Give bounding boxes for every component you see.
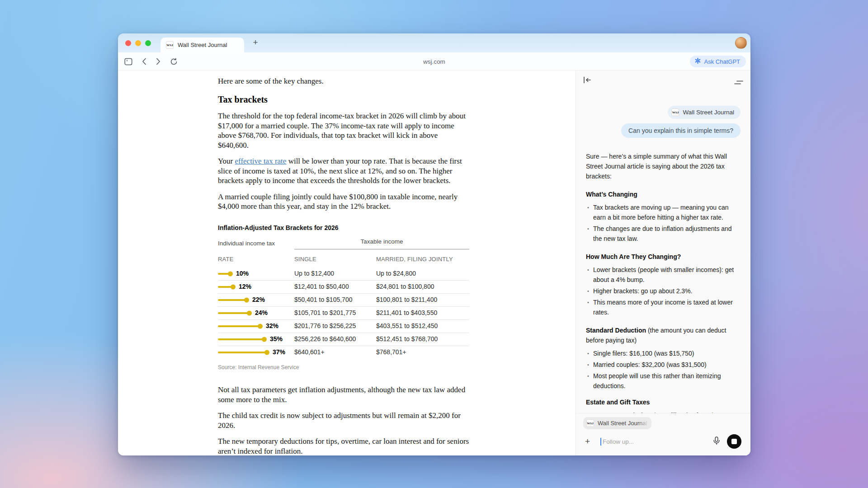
- rate-value: 22%: [252, 295, 265, 305]
- married-range: Up to $24,800: [376, 269, 469, 279]
- section-heading: Estate and Gift Taxes: [586, 399, 650, 406]
- section-heading: Standard Deduction: [586, 327, 646, 334]
- table-row: 24% $105,701 to $201,775 $211,401 to $40…: [218, 307, 469, 320]
- ask-chatgpt-label: Ask ChatGPT: [704, 58, 740, 65]
- rate-bar: [218, 286, 234, 288]
- user-message-bubble: Can you explain this in simple terms?: [621, 123, 741, 138]
- wsj-favicon-icon: WSJ: [166, 41, 174, 49]
- section-bullets: • Single filers: $16,100 (was $15,750) •…: [586, 348, 741, 391]
- section-heading-row: Estate and Gift Taxes: [586, 397, 741, 407]
- bullet-text: Lower brackets (people with smaller inco…: [593, 265, 741, 285]
- attach-plus-icon[interactable]: +: [585, 436, 595, 446]
- table-row: 35% $256,226 to $640,600 $512,451 to $76…: [218, 333, 469, 346]
- table-row: 22% $50,401 to $105,700 $100,801 to $211…: [218, 294, 469, 307]
- tax-brackets-table: Inflation-Adjusted Tax Brackets for 2026…: [218, 223, 469, 373]
- openai-logo-icon: [694, 57, 701, 66]
- section-heading: How Much Are They Changing?: [586, 253, 681, 260]
- assistant-intro: Sure — here’s a simple summary of what t…: [586, 151, 741, 181]
- article-paragraph: The threshold for the top federal income…: [218, 111, 469, 150]
- bullet-dot: •: [586, 360, 593, 370]
- table-row: 37% $640,601+ $768,701+: [218, 346, 469, 359]
- article-paragraph: A married couple filing jointly could ha…: [218, 192, 469, 211]
- bullet-dot: •: [586, 297, 593, 317]
- table-row: 10% Up to $12,400 Up to $24,800: [218, 267, 469, 281]
- text-cursor: [600, 438, 601, 446]
- tab-title: Wall Street Journal: [178, 42, 227, 48]
- married-range: $24,801 to $100,800: [376, 282, 469, 292]
- close-window-button[interactable]: [125, 40, 131, 46]
- rate-value: 10%: [236, 269, 249, 279]
- minimize-window-button[interactable]: [135, 40, 141, 46]
- table-title: Inflation-Adjusted Tax Brackets for 2026: [218, 223, 469, 233]
- section-heading-row: What’s Changing: [586, 189, 741, 199]
- section-heading-row: How Much Are They Changing?: [586, 252, 741, 262]
- assistant-response: Sure — here’s a simple summary of what t…: [586, 151, 741, 413]
- bullet-item: • Single filers: $16,100 (was $15,750): [586, 348, 741, 358]
- table-row: 12% $12,401 to $50,400 $24,801 to $100,8…: [218, 281, 469, 294]
- single-range: $50,401 to $105,700: [294, 295, 376, 305]
- article-page: Here are some of the key changes. Tax br…: [118, 70, 576, 455]
- tab-wall-street-journal[interactable]: WSJ Wall Street Journal: [160, 38, 244, 52]
- bullet-dot: •: [586, 202, 593, 222]
- married-range: $403,551 to $512,450: [376, 321, 469, 331]
- column-header-married: MARRIED, FILING JOINTLY: [376, 250, 469, 267]
- composer-context-chip[interactable]: WSJ Wall Street Journal: [583, 417, 651, 429]
- effective-tax-rate-link[interactable]: effective tax rate: [235, 157, 287, 165]
- browser-window: WSJ Wall Street Journal +: [118, 33, 750, 455]
- chat-thread: WSJ Wall Street Journal Can you explain …: [576, 89, 750, 413]
- table-source: Source: Internal Revenue Service: [218, 363, 469, 373]
- profile-avatar[interactable]: [735, 37, 747, 49]
- single-range: $256,226 to $640,600: [294, 334, 376, 344]
- context-chip-wsj[interactable]: WSJ Wall Street Journal: [668, 106, 741, 119]
- article-paragraph: Not all tax parameters get inflation adj…: [218, 385, 469, 404]
- tax-table-rows: 10% Up to $12,400 Up to $24,800 12% $12,…: [218, 267, 469, 359]
- microphone-icon[interactable]: [713, 436, 720, 447]
- address-bar[interactable]: wsj.com: [118, 52, 750, 70]
- chat-section: Standard Deduction (the amount you can d…: [586, 325, 741, 391]
- bullet-text: Tax brackets are moving up — meaning you…: [593, 202, 741, 222]
- ask-chatgpt-button[interactable]: Ask ChatGPT: [690, 56, 746, 67]
- section-bullets: • Lower brackets (people with smaller in…: [586, 265, 741, 317]
- bullet-item: • Most people will use this rather than …: [586, 371, 741, 391]
- composer-panel: WSJ Wall Street Journal + Follow up...: [576, 413, 750, 455]
- section-heading-row: Standard Deduction (the amount you can d…: [586, 325, 741, 345]
- toolbar: wsj.com Ask ChatGPT: [118, 52, 750, 70]
- zoom-window-button[interactable]: [145, 40, 151, 46]
- rate-value: 32%: [266, 321, 278, 331]
- article-lead: Here are some of the key changes.: [218, 76, 469, 86]
- single-range: $640,601+: [294, 347, 376, 357]
- rate-bar: [218, 312, 250, 314]
- chat-section: Estate and Gift Taxes • Estate-tax exclu…: [586, 397, 741, 413]
- context-chip-label: Wall Street Journal: [683, 109, 734, 116]
- rate-bar: [218, 352, 268, 353]
- married-range: $100,801 to $211,400: [376, 295, 469, 305]
- table-row: 32% $201,776 to $256,225 $403,551 to $51…: [218, 320, 469, 333]
- followup-input[interactable]: Follow up...: [603, 438, 713, 445]
- rate-bar: [218, 273, 231, 275]
- married-range: $768,701+: [376, 347, 469, 357]
- article-paragraph: The new temporary deductions for tips, o…: [218, 436, 469, 455]
- collapse-sidebar-icon[interactable]: [583, 76, 591, 85]
- bullet-item: • Tax brackets are moving up — meaning y…: [586, 202, 741, 222]
- bullet-dot: •: [586, 224, 593, 244]
- section-heading: What’s Changing: [586, 191, 637, 198]
- single-range: $105,701 to $201,775: [294, 308, 376, 318]
- married-range: $211,401 to $403,550: [376, 308, 469, 318]
- chip-fade: [638, 417, 651, 429]
- table-left-label: Individual income tax: [218, 239, 294, 248]
- rate-bar: [218, 299, 248, 301]
- menu-lines-icon[interactable]: [734, 78, 743, 86]
- bullet-text: Single filers: $16,100 (was $15,750): [593, 348, 741, 358]
- window-controls: [125, 40, 151, 46]
- bullet-dot: •: [586, 348, 593, 358]
- tab-strip: WSJ Wall Street Journal +: [118, 33, 750, 52]
- rate-value: 35%: [270, 334, 283, 344]
- bullet-item: • This means more of your income is taxe…: [586, 297, 741, 317]
- sidebar-header: [576, 70, 750, 89]
- single-range: $12,401 to $50,400: [294, 282, 376, 292]
- single-range: $201,776 to $256,225: [294, 321, 376, 331]
- new-tab-button[interactable]: +: [250, 38, 261, 48]
- stop-generating-button[interactable]: [727, 434, 741, 449]
- column-header-single: SINGLE: [294, 250, 376, 267]
- bullet-item: • Higher brackets: go up about 2.3%.: [586, 286, 741, 296]
